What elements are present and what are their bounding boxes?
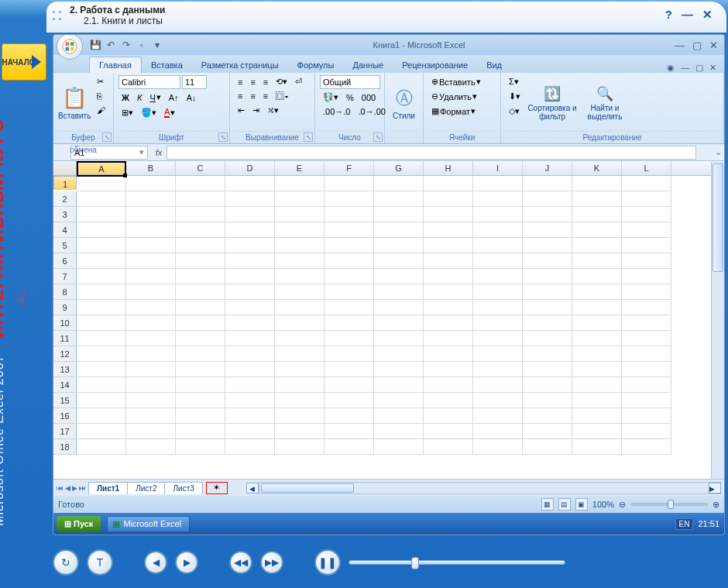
vscroll-thumb[interactable] <box>713 163 723 272</box>
cell[interactable] <box>523 191 572 207</box>
cell[interactable] <box>374 284 424 300</box>
cell[interactable] <box>225 424 275 439</box>
align-bottom-button[interactable]: ≡ <box>260 76 271 88</box>
cell[interactable] <box>77 176 126 191</box>
cell[interactable] <box>325 362 374 377</box>
cell[interactable] <box>523 269 572 284</box>
cell[interactable] <box>473 331 523 346</box>
player-forward-button[interactable]: ▶▶ <box>260 551 283 574</box>
cell[interactable] <box>275 377 325 393</box>
font-launcher[interactable]: ⤡ <box>218 132 228 142</box>
col-header-G[interactable]: G <box>374 161 424 175</box>
cell[interactable] <box>77 207 126 222</box>
cell[interactable] <box>275 207 325 222</box>
namebox-dropdown-icon[interactable]: ▾ <box>139 147 144 157</box>
player-progress-slider[interactable] <box>349 560 565 565</box>
cell[interactable] <box>176 238 225 253</box>
row-header-17[interactable]: 17 <box>53 424 77 439</box>
align-center-button[interactable]: ≡ <box>247 90 258 102</box>
cell[interactable] <box>275 331 325 346</box>
cell[interactable] <box>275 346 325 362</box>
cell[interactable] <box>622 439 671 455</box>
cell[interactable] <box>77 191 126 207</box>
cell[interactable] <box>572 176 622 191</box>
cell[interactable] <box>622 284 671 300</box>
cell[interactable] <box>572 393 622 408</box>
cell[interactable] <box>325 315 374 331</box>
cell[interactable] <box>473 424 523 439</box>
col-header-I[interactable]: I <box>473 161 523 175</box>
row-header-10[interactable]: 10 <box>53 315 77 331</box>
row-header-18[interactable]: 18 <box>53 439 77 455</box>
row-header-9[interactable]: 9 <box>53 300 77 315</box>
qat-more-icon[interactable]: ▾ <box>151 39 163 51</box>
tab-pagelayout[interactable]: Разметка страницы <box>192 57 288 73</box>
player-text-button[interactable]: T <box>87 549 113 576</box>
cell[interactable] <box>622 269 671 284</box>
align-middle-button[interactable]: ≡ <box>247 76 258 88</box>
cell[interactable] <box>424 408 473 424</box>
select-all-corner[interactable] <box>53 161 77 175</box>
cell[interactable] <box>77 439 126 455</box>
cell[interactable] <box>275 300 325 315</box>
cell[interactable] <box>77 222 126 238</box>
cell[interactable] <box>225 284 275 300</box>
bold-button[interactable]: Ж <box>118 91 132 104</box>
cell[interactable] <box>225 331 275 346</box>
cell[interactable] <box>622 300 671 315</box>
cell[interactable] <box>176 346 225 362</box>
minimize-icon[interactable]: — <box>682 8 693 22</box>
player-reload-button[interactable]: ↻ <box>53 549 79 576</box>
format-cells-button[interactable]: ▦ Формат▾ <box>428 105 484 118</box>
close-icon[interactable]: ✕ <box>702 8 713 22</box>
cell[interactable] <box>572 439 622 455</box>
cell[interactable] <box>225 269 275 284</box>
cell[interactable] <box>325 331 374 346</box>
cell[interactable] <box>523 362 572 377</box>
cell[interactable] <box>424 191 473 207</box>
cell[interactable] <box>473 377 523 393</box>
hscroll-left-icon[interactable]: ◀ <box>246 483 259 493</box>
align-left-button[interactable]: ≡ <box>235 90 246 102</box>
sheet-next-icon[interactable]: ▶ <box>72 484 77 492</box>
cell[interactable] <box>473 238 523 253</box>
col-header-B[interactable]: B <box>126 161 176 175</box>
new-icon[interactable]: ▫ <box>136 39 148 51</box>
cell[interactable] <box>572 222 622 238</box>
col-header-D[interactable]: D <box>225 161 275 175</box>
cell[interactable] <box>77 408 126 424</box>
cell[interactable] <box>325 424 374 439</box>
cell[interactable] <box>523 238 572 253</box>
tab-data[interactable]: Данные <box>343 57 393 73</box>
cell[interactable] <box>374 176 424 191</box>
cell[interactable] <box>572 362 622 377</box>
cell[interactable] <box>473 346 523 362</box>
cell[interactable] <box>225 315 275 331</box>
cell[interactable] <box>374 253 424 269</box>
cell[interactable] <box>77 346 126 362</box>
cell[interactable] <box>77 238 126 253</box>
clipboard-launcher[interactable]: ⤡ <box>102 132 112 142</box>
cell[interactable] <box>424 207 473 222</box>
cell[interactable] <box>176 269 225 284</box>
cell[interactable] <box>374 331 424 346</box>
row-header-4[interactable]: 4 <box>53 222 77 238</box>
cell[interactable] <box>473 176 523 191</box>
tab-formulas[interactable]: Формулы <box>288 57 344 73</box>
cell[interactable] <box>424 393 473 408</box>
row-header-14[interactable]: 14 <box>53 377 77 393</box>
cell[interactable] <box>325 346 374 362</box>
cell[interactable] <box>325 377 374 393</box>
cell[interactable] <box>225 439 275 455</box>
cell[interactable] <box>225 408 275 424</box>
cell[interactable] <box>176 377 225 393</box>
cell[interactable] <box>325 191 374 207</box>
align-top-button[interactable]: ≡ <box>235 76 246 88</box>
row-header-8[interactable]: 8 <box>53 284 77 300</box>
cell[interactable] <box>523 176 572 191</box>
cell[interactable] <box>473 300 523 315</box>
cell[interactable] <box>275 362 325 377</box>
paste-button[interactable]: 📋 Вставить <box>58 75 91 131</box>
row-header-7[interactable]: 7 <box>53 269 77 284</box>
cell[interactable] <box>473 439 523 455</box>
